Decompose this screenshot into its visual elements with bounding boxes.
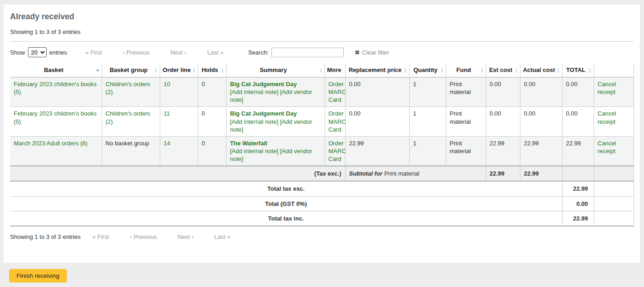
already-received-table: Basket▲ Basket group▲▼ Order line▲▼ Hold…	[10, 64, 634, 226]
sort-both-icon: ▲▼	[193, 68, 196, 73]
marc-link[interactable]: MARC	[329, 88, 346, 95]
showing-entries-top: Showing 1 to 3 of 3 entries	[10, 28, 633, 35]
subtotal-est-cost: 22.99	[486, 166, 520, 181]
total-row-label: Total tax exc.	[10, 181, 562, 196]
order-link[interactable]: Order	[329, 110, 344, 117]
summary-title-link[interactable]: Big Cat Judgement Day	[230, 81, 297, 88]
total-row-value: 22.99	[562, 211, 594, 226]
tax-exc-label: (Tax exc.)	[10, 166, 345, 181]
marc-link[interactable]: MARC	[329, 118, 346, 125]
col-header-total[interactable]: TOTAL▲▼	[562, 64, 594, 77]
order-line-link[interactable]: 11	[164, 110, 170, 117]
page-title: Already received	[10, 12, 633, 22]
divider	[10, 41, 633, 42]
pagination-last[interactable]: Last »	[207, 49, 223, 56]
entries-label: entries	[49, 49, 67, 56]
sort-both-icon: ▲▼	[319, 68, 323, 73]
fund: Print material	[450, 110, 471, 125]
col-header-actual-cost[interactable]: Actual cost▲▼	[520, 64, 562, 77]
total-row-label: Total tax inc.	[10, 211, 562, 226]
fund: Print material	[450, 140, 471, 155]
card-link[interactable]: Card	[329, 126, 341, 133]
cancel-receipt-link[interactable]: Cancel receipt	[598, 140, 616, 155]
summary-title-link[interactable]: The Waterfall	[230, 140, 267, 147]
basket-group-link[interactable]: Children's orders (2)	[106, 110, 151, 125]
basket-link[interactable]: February 2023 children's books (5)	[14, 110, 97, 125]
marc-link[interactable]: MARC	[329, 148, 346, 155]
order-line-link[interactable]: 10	[164, 81, 170, 88]
order-link[interactable]: Order	[329, 81, 344, 88]
pagination-first[interactable]: « First	[86, 49, 102, 56]
basket-group-text: No basket group	[106, 140, 149, 147]
cancel-receipt-link[interactable]: Cancel receipt	[598, 110, 616, 125]
subtotal-row: (Tax exc.) Subtotal forPrint material 22…	[10, 166, 633, 181]
col-header-summary[interactable]: Summary▲▼	[226, 64, 325, 77]
col-header-fund[interactable]: Fund▲▼	[446, 64, 486, 77]
pagination-last[interactable]: Last »	[214, 233, 230, 240]
total: 0.00	[566, 81, 578, 88]
est-cost: 22.99	[490, 140, 505, 147]
col-header-basket[interactable]: Basket▲	[10, 64, 102, 77]
sort-both-icon: ▲▼	[481, 68, 484, 73]
col-header-order-line[interactable]: Order line▲▼	[160, 64, 198, 77]
finish-receiving-button[interactable]: Finish receiving	[9, 269, 67, 282]
basket-link[interactable]: March 2023 Adult orders (8)	[14, 140, 87, 147]
pagination-next[interactable]: Next ›	[170, 49, 186, 56]
sort-asc-icon: ▲	[96, 68, 100, 72]
add-internal-note-link[interactable]: [Add internal note]	[230, 88, 279, 95]
replacement-price: 0.00	[349, 81, 361, 88]
total: 0.00	[566, 110, 578, 117]
total-empty-cell	[594, 211, 633, 226]
sort-both-icon: ▲▼	[404, 68, 407, 73]
holds-count: 0	[202, 81, 205, 88]
total-row: Total tax inc. 22.99	[10, 211, 633, 226]
fund: Print material	[450, 81, 471, 95]
sort-both-icon: ▲▼	[515, 68, 518, 73]
pagination-first[interactable]: « First	[92, 233, 109, 240]
pagination-top: « First ‹ Previous Next › Last »	[86, 49, 243, 56]
subtotal-label: Subtotal forPrint material	[345, 166, 486, 181]
quantity: 1	[413, 81, 417, 88]
pagination-previous[interactable]: ‹ Previous	[130, 233, 157, 240]
table-controls: Show 20 entries « First ‹ Previous Next …	[10, 47, 633, 58]
entries-per-page-select[interactable]: 20	[28, 47, 47, 57]
basket-link[interactable]: February 2023 children's books (5)	[14, 81, 97, 95]
show-label: Show	[10, 49, 25, 56]
summary-title-link[interactable]: Big Cat Judgement Day	[230, 110, 297, 117]
est-cost: 0.00	[490, 110, 501, 117]
table-row: February 2023 children's books (5) Child…	[10, 107, 633, 136]
cancel-receipt-link[interactable]: Cancel receipt	[598, 81, 616, 95]
pagination-next[interactable]: Next ›	[178, 233, 194, 240]
clear-filter-label: Clear filter	[362, 49, 389, 56]
already-received-panel: Already received Showing 1 to 3 of 3 ent…	[4, 5, 640, 263]
clear-filter-x-icon: ✖	[355, 49, 360, 56]
col-header-replacement-price[interactable]: Replacement price▲▼	[345, 64, 409, 77]
col-header-quantity[interactable]: Quantity▲▼	[409, 64, 446, 77]
page-actions: Finish receiving	[0, 263, 644, 282]
actual-cost: 22.99	[524, 140, 539, 147]
subtotal-fund: Print material	[384, 170, 419, 177]
total-row-value: 22.99	[562, 181, 594, 196]
total-empty-cell	[594, 196, 633, 211]
col-header-actions	[594, 64, 633, 77]
col-header-est-cost[interactable]: Est cost▲▼	[486, 64, 520, 77]
add-internal-note-link[interactable]: [Add internal note]	[230, 148, 279, 155]
total-row: Total (GST 0%) 0.00	[10, 196, 633, 211]
clear-filter-button[interactable]: ✖Clear filter	[355, 49, 389, 56]
order-link[interactable]: Order	[329, 140, 344, 147]
card-link[interactable]: Card	[329, 96, 341, 103]
search-input[interactable]	[271, 48, 344, 57]
add-internal-note-link[interactable]: [Add internal note]	[230, 118, 279, 125]
total: 22.99	[566, 140, 581, 147]
card-link[interactable]: Card	[329, 155, 341, 162]
pagination-bottom: « First ‹ Previous Next › Last »	[92, 233, 250, 240]
total-row-value: 0.00	[562, 196, 594, 211]
order-line-link[interactable]: 14	[164, 140, 170, 147]
quantity: 1	[413, 140, 417, 147]
col-header-holds[interactable]: Holds▲▼	[198, 64, 226, 77]
col-header-more: More	[325, 64, 345, 77]
basket-group-link[interactable]: Children's orders (2)	[106, 81, 151, 95]
pagination-previous[interactable]: ‹ Previous	[123, 49, 150, 56]
replacement-price: 22.99	[349, 140, 364, 147]
col-header-basket-group[interactable]: Basket group▲▼	[102, 64, 160, 77]
